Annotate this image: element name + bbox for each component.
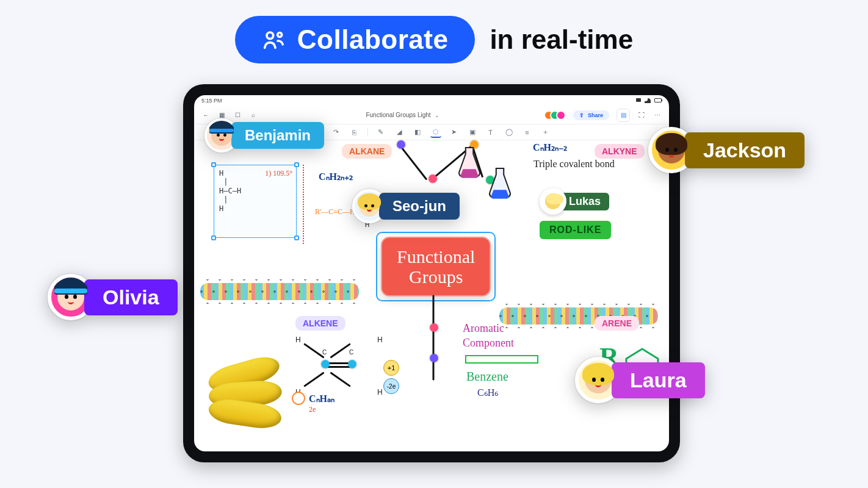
formula-rch: R'—C≡C—H	[315, 207, 355, 217]
doc-title-text: Functional Groups Light	[366, 112, 430, 118]
selection-box[interactable]: H |H—C—H |H 1) 109.5°	[214, 165, 297, 238]
c6h6: C₆H₆	[477, 387, 498, 398]
tag-benjamin: Benjamin	[204, 118, 324, 152]
aromatic-title: Aromatic	[463, 322, 504, 335]
tag-olivia: Olivia	[48, 274, 178, 320]
headline-pill-text: Collaborate	[297, 24, 449, 55]
mini-sub: 2e	[309, 405, 316, 414]
tag-seojun-label: Seo-jun	[379, 193, 460, 220]
dna-left	[200, 279, 359, 304]
battery-icon	[654, 98, 662, 102]
status-bar: 5:15 PM	[194, 95, 669, 106]
formula-cnh2n2: CₙH₂ₙ₊₂	[319, 171, 353, 182]
equation-icon[interactable]: ≡	[522, 127, 533, 138]
tag-jackson-label: Jackson	[685, 132, 805, 168]
ions: +1 -2e	[383, 360, 399, 394]
ion-plus: +1	[383, 360, 399, 376]
people-icon	[262, 27, 286, 52]
image-icon[interactable]: ▣	[467, 127, 478, 138]
formula-cnh2n2b: CₙH₂ₙ₋₂	[533, 142, 567, 153]
headline: Collaborate in real-time	[0, 16, 868, 63]
tag-benjamin-label: Benjamin	[231, 122, 324, 149]
svg-point-0	[267, 32, 273, 39]
svg-point-1	[278, 33, 282, 37]
tag-olivia-label: Olivia	[84, 279, 178, 315]
headline-pill: Collaborate	[235, 16, 476, 63]
tag-seojun: Seo-jun	[352, 189, 460, 223]
flask-2	[487, 167, 513, 201]
eraser-icon[interactable]: ◧	[412, 127, 423, 138]
label-arene: ARENE	[595, 316, 639, 331]
headline-rest: in real-time	[490, 24, 633, 55]
lukas-area: Lukas ROD-LIKE	[540, 188, 611, 239]
center-line2: Groups	[397, 267, 475, 287]
clipboard-icon[interactable]: ⎘	[349, 127, 360, 138]
note-triple-bond: Triple covalent bond	[533, 159, 615, 170]
chevron-down-icon: ⌄	[435, 112, 439, 118]
center-card-selection[interactable]: Functional Groups	[376, 232, 496, 301]
aromatic-sub: Component	[463, 337, 514, 350]
tag-laura: Laura	[575, 357, 705, 403]
more-icon[interactable]: ⋯	[653, 111, 662, 120]
share-button[interactable]: ⇪ Share	[573, 110, 609, 120]
label-alkyne: ALKYNE	[595, 144, 645, 159]
layers-button[interactable]: ▤	[617, 109, 630, 122]
share-label: Share	[588, 112, 603, 118]
presence-avatars[interactable]	[548, 110, 566, 120]
label-alkene: ALKENE	[295, 316, 345, 331]
signal-icon	[636, 98, 641, 102]
center-card: Functional Groups	[381, 237, 491, 296]
green-capsule	[465, 355, 538, 364]
flask-1	[457, 146, 482, 181]
add-icon[interactable]: ＋	[540, 127, 551, 138]
benzene-label: Benzene	[466, 370, 508, 384]
mini-user-formula: CₙHₐₙ	[292, 392, 335, 405]
banana-image	[209, 372, 282, 427]
tag-jackson: Jackson	[648, 127, 805, 173]
scrawl-angle: 1) 109.5°	[265, 169, 292, 178]
canvas[interactable]: ALKANE ALKYNE CₙH₂ₙ₋₂ Triple covalent bo…	[194, 140, 669, 451]
pen-icon[interactable]: ✎	[375, 127, 386, 138]
share-icon: ⇪	[579, 112, 584, 118]
tag-laura-label: Laura	[612, 362, 705, 398]
label-alkane: ALKANE	[342, 144, 392, 159]
rod-like-label: ROD-LIKE	[540, 221, 611, 239]
status-time: 5:15 PM	[201, 98, 222, 104]
ion-minus: -2e	[383, 378, 399, 394]
divider	[303, 165, 304, 244]
fullscreen-icon[interactable]: ⛶	[637, 111, 646, 120]
highlighter-icon[interactable]: ◢	[394, 127, 405, 138]
wifi-icon	[645, 98, 651, 103]
redo-icon[interactable]: ↷	[331, 127, 342, 138]
center-line1: Functional	[397, 246, 475, 267]
shapes-icon[interactable]: ◯	[504, 127, 515, 138]
text-icon[interactable]: T	[485, 127, 496, 138]
tag-lukas-inline: Lukas	[560, 193, 609, 210]
pointer-icon[interactable]: ➤	[449, 127, 460, 138]
status-icons	[636, 98, 662, 103]
doc-title[interactable]: Functional Groups Light ⌄	[366, 112, 439, 118]
lasso-icon[interactable]: ◌	[430, 127, 441, 138]
